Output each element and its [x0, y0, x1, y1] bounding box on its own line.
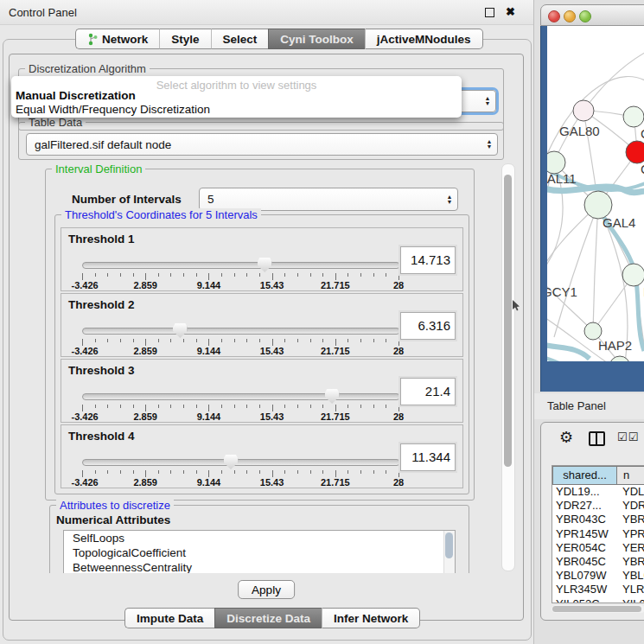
table-row[interactable]: YBR043CYBR0: [552, 513, 644, 526]
cell-name[interactable]: YER0: [617, 541, 644, 555]
slider-thumb[interactable]: [258, 258, 272, 272]
threshold-slider-1[interactable]: -3.4262.8599.14415.4321.71528: [82, 228, 399, 290]
threshold-slider-2[interactable]: -3.4262.8599.14415.4321.71528: [82, 294, 399, 356]
slider-thumb[interactable]: [325, 389, 340, 404]
slider-track[interactable]: [82, 459, 400, 466]
vertical-scrollbar-thumb[interactable]: [504, 175, 512, 467]
minimize-traffic-light-icon[interactable]: [564, 10, 576, 22]
cell-shared-name[interactable]: YIL052C: [552, 597, 617, 604]
slider-track[interactable]: [82, 328, 400, 335]
tab-jactivemnodules[interactable]: jActiveMNodules: [365, 29, 483, 49]
table-row[interactable]: YPR145WYPR1: [552, 527, 644, 541]
table-row[interactable]: YLR345WYLR3: [552, 583, 644, 596]
split-columns-icon[interactable]: [589, 431, 605, 446]
network-node-partial[interactable]: [609, 356, 630, 361]
network-node-hap2[interactable]: [584, 322, 602, 340]
close-icon[interactable]: ✖: [506, 5, 515, 18]
cell-shared-name[interactable]: YBL079W: [552, 569, 617, 583]
cell-name[interactable]: YDL1: [617, 485, 644, 499]
network-tree-icon: [87, 33, 98, 46]
network-node-h[interactable]: [622, 264, 644, 286]
network-node-c[interactable]: [626, 141, 644, 163]
bottom-tab-discretize-data-label: Discretize Data: [226, 612, 310, 625]
cell-name[interactable]: YDR2: [617, 499, 644, 513]
cell-shared-name[interactable]: YDL19...: [552, 485, 617, 499]
cell-shared-name[interactable]: YBR043C: [552, 513, 617, 526]
combo-arrows-icon: ▲▼: [481, 139, 497, 150]
table-row[interactable]: YBL079WYBL0: [552, 569, 644, 583]
attribute-item-topologicalcoefficient[interactable]: TopologicalCoefficient: [64, 545, 455, 560]
tab-cyni-toolbox[interactable]: Cyni Toolbox: [268, 29, 365, 49]
threshold-slider-4[interactable]: -3.4262.8599.14415.4321.71528: [82, 425, 399, 488]
zoom-traffic-light-icon[interactable]: [579, 10, 591, 22]
group-title-thresholds: Threshold's Coordinates for 5 Intervals: [61, 208, 261, 221]
network-node-g[interactable]: [623, 106, 644, 127]
cell-name[interactable]: YIL0: [617, 597, 644, 604]
table-row[interactable]: YDR27...YDR2: [552, 499, 644, 513]
network-node-gal80[interactable]: [573, 100, 594, 121]
node-attribute-table[interactable]: shared... n YDL19...YDL1YDR27...YDR2YBR0…: [552, 465, 644, 603]
threshold-slider-3[interactable]: -3.4262.8599.14415.4321.71528: [82, 360, 399, 422]
threshold-value-field-4[interactable]: 11.344: [400, 443, 456, 471]
thresholds-group: Threshold's Coordinates for 5 Intervals …: [54, 214, 469, 494]
tab-select[interactable]: Select: [211, 29, 269, 49]
cell-name[interactable]: YBR0: [617, 555, 644, 569]
gear-icon[interactable]: ⚙: [559, 428, 573, 447]
bottom-tab-infer-network-label: Infer Network: [334, 612, 408, 625]
attributes-scrollbar-thumb[interactable]: [445, 532, 453, 558]
group-title-table-data: Table Data: [25, 116, 86, 129]
tab-style[interactable]: Style: [159, 29, 210, 49]
table-data-combobox[interactable]: galFiltered.sif default node ▲▼: [26, 133, 498, 156]
network-canvas[interactable]: GAL80GCGAL11GAL4GCY1HHAP2: [547, 26, 644, 361]
node-label-gal4: GAL4: [603, 215, 635, 230]
table-row[interactable]: YIL052CYIL0: [552, 597, 644, 604]
threshold-value-field-1[interactable]: 14.713: [400, 246, 456, 274]
select-checkboxes-icon[interactable]: ☑☑: [617, 430, 639, 443]
close-traffic-light-icon[interactable]: [548, 10, 560, 22]
vertical-scrollbar[interactable]: [501, 163, 515, 571]
cell-name[interactable]: YBL0: [617, 569, 644, 583]
table-row[interactable]: YBR045CYBR0: [552, 555, 644, 569]
cell-name[interactable]: YPR1: [617, 527, 644, 541]
bottom-tab-infer-network[interactable]: Infer Network: [322, 608, 420, 628]
popup-option-manual-discretization[interactable]: Manual Discretization: [16, 89, 136, 102]
network-view-window: GAL80GCGAL11GAL4GCY1HHAP2: [540, 4, 644, 392]
window-title: Control Panel: [9, 6, 77, 19]
attributes-scrollbar[interactable]: [443, 531, 455, 573]
cell-shared-name[interactable]: YPR145W: [552, 527, 617, 541]
cell-shared-name[interactable]: YDR27...: [552, 499, 617, 513]
slider-track[interactable]: [82, 393, 400, 400]
cell-shared-name[interactable]: YLR345W: [552, 583, 617, 596]
horizontal-scrollbar[interactable]: [552, 605, 644, 613]
attribute-item-selfloops[interactable]: SelfLoops: [64, 531, 455, 545]
number-of-intervals-combobox[interactable]: 5 ▲▼: [199, 188, 458, 211]
numerical-attributes-list[interactable]: SelfLoopsTopologicalCoefficientBetweenne…: [63, 530, 456, 573]
interval-definition-group: Interval Definition Number of Intervals …: [45, 169, 475, 501]
column-header-name[interactable]: n: [617, 466, 644, 485]
float-window-icon[interactable]: [485, 8, 494, 17]
apply-button[interactable]: Apply: [238, 580, 295, 599]
threshold-value-field-3[interactable]: 21.4: [400, 378, 456, 405]
group-title-discretization-algorithm: Discretization Algorithm: [25, 62, 150, 75]
table-panel-titlebar: Table Panel: [534, 393, 644, 419]
attributes-group: Attributes to discretize Numerical Attri…: [49, 505, 469, 573]
slider-track[interactable]: [82, 262, 400, 269]
cell-name[interactable]: YBR0: [617, 513, 644, 526]
algorithm-dropdown-popup: Select algorithm to view settings Manual…: [11, 76, 462, 118]
table-row[interactable]: YER054CYER0: [552, 541, 644, 555]
numerical-attributes-label: Numerical Attributes: [56, 513, 170, 526]
slider-thumb[interactable]: [173, 323, 188, 338]
column-header-shared-name[interactable]: shared...: [552, 466, 617, 485]
slider-thumb[interactable]: [224, 455, 239, 469]
bottom-tab-discretize-data[interactable]: Discretize Data: [214, 608, 322, 628]
bottom-tab-impute-data[interactable]: Impute Data: [124, 608, 214, 628]
cell-shared-name[interactable]: YBR045C: [552, 555, 617, 569]
attribute-item-betweennesscentrality[interactable]: BetweennessCentrality: [64, 560, 455, 573]
popup-option-equal-width-frequency-discretization[interactable]: Equal Width/Frequency Discretization: [16, 103, 210, 116]
cell-name[interactable]: YLR3: [617, 583, 644, 596]
table-row[interactable]: YDL19...YDL1: [552, 485, 644, 499]
tab-network[interactable]: Network: [75, 29, 159, 49]
threshold-value-field-2[interactable]: 6.316: [400, 312, 456, 340]
horizontal-scrollbar-thumb[interactable]: [552, 606, 641, 612]
cell-shared-name[interactable]: YER054C: [552, 541, 617, 555]
